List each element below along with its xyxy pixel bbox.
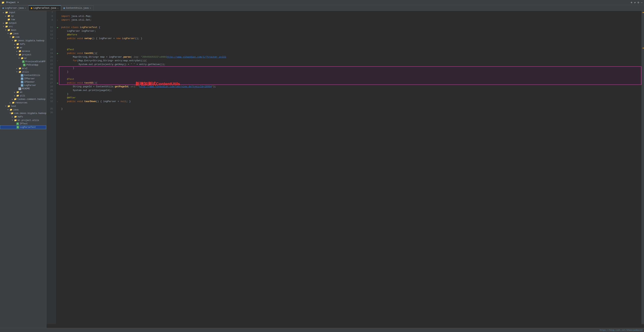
settings-icon[interactable]: ⚙ — [638, 1, 639, 4]
url-yihaodian-cms: http://www.yihaodian.com/cms/view.do?top… — [139, 85, 212, 89]
diff-icon[interactable]: ⇄ — [634, 1, 636, 4]
sidebar-item-ipparser[interactable]: C IPParser — [0, 77, 46, 80]
gutter-31 — [56, 96, 60, 100]
sidebar-item-wc[interactable]: ▶ 📁 wc — [0, 90, 46, 94]
sidebar-item-test[interactable]: ▼ 📁 test — [0, 105, 46, 108]
gutter-22 — [56, 63, 60, 66]
editor-area[interactable]: 新增加测试ContentUtils 7 8 9 11 12 13 14 18 1… — [46, 11, 644, 328]
sidebar-item-raw[interactable]: 📁 raw — [0, 18, 46, 21]
cmt-url: url: — [130, 85, 136, 89]
sidebar-item-mr2[interactable]: ▼ 📁 mr — [0, 56, 46, 60]
arrow-src: ▼ — [3, 25, 5, 28]
tab-close-logparsetest[interactable]: ✕ — [57, 7, 58, 9]
fn-teardown: tearDown — [84, 100, 96, 103]
tab-contentutils[interactable]: ContentUtils.java ✕ — [61, 5, 94, 10]
sidebar-item-iptest[interactable]: C IPTest — [0, 122, 46, 125]
arrow-mr2: ▼ — [18, 57, 21, 59]
sidebar-item-readme[interactable]: f README — [0, 87, 46, 90]
sidebar-item-input[interactable]: ▶ 📁 input — [0, 11, 46, 14]
tab-bar: LogParser.java ✕ LogParseTest.java ✕ Con… — [0, 5, 644, 11]
run-icon-27[interactable]: ▶ — [57, 82, 58, 84]
folder-icon-mr: 📁 — [16, 46, 19, 49]
arrow-test-hdfs: ▶ — [12, 116, 14, 118]
sidebar-item-taobao[interactable]: ▶ 📁 taobao.comment.hadoop — [0, 97, 46, 101]
folder-icon-test-mr: 📁 — [14, 119, 17, 122]
arrow-main: ▼ — [5, 29, 8, 31]
kw-void-14: void — [77, 37, 84, 40]
fold-icon-21[interactable]: ▷ — [57, 60, 58, 62]
code-lines[interactable]: import java.util.Map; import java.util.S… — [60, 11, 642, 324]
url-yihaodian: http://www.yihaodian.com/1/?tracker_u=22… — [167, 55, 226, 59]
sidebar-item-ipseeker[interactable]: C IPSeeker — [0, 80, 46, 84]
sidebar-item-mr[interactable]: ▼ 📁 mr — [0, 46, 46, 49]
folder-icon-com: 📁 — [12, 36, 15, 38]
sidebar-item-imooc[interactable]: ▼ 📁 imooc.bigdata.hadoop — [0, 39, 46, 42]
gutter-23 — [56, 66, 60, 70]
run-icon-19[interactable]: ▶ — [57, 52, 58, 55]
sidebar-item-pvstatapp[interactable]: C PVStatApp — [0, 63, 46, 67]
tab-dot-contentutils — [64, 7, 65, 9]
code-line-31: @After — [61, 96, 642, 100]
sidebar-item-com[interactable]: ▼ 📁 com — [0, 35, 46, 39]
project-icon: 📁 — [2, 1, 4, 4]
minimize-icon[interactable]: — — [641, 1, 642, 4]
code-line-19: public void test01 (){ — [61, 51, 642, 55]
sidebar-item-test-hdfs[interactable]: ▶ 📁 hdfs — [0, 115, 46, 119]
code-line-11: public class LogParseTest { — [61, 25, 642, 29]
sidebar-item-src[interactable]: ▼ 📁 src — [0, 25, 46, 28]
gutter-25 — [56, 74, 60, 77]
arrow-com: ▼ — [10, 36, 12, 38]
folder-icon-wc: 📁 — [16, 91, 19, 94]
tab-close-contentutils[interactable]: ✕ — [90, 7, 91, 9]
sidebar-item-provincestatapp[interactable]: C ProvinceStatAPP — [0, 60, 46, 63]
code-line-blank1 — [61, 22, 642, 25]
sidebar-item-resources[interactable]: ▶ 📁 resources — [0, 101, 46, 105]
sidebar-item-contentutils[interactable]: C ContentUtils — [0, 74, 46, 77]
run-icon-11[interactable]: ▶ — [57, 26, 58, 29]
tab-close-logparser[interactable]: ✕ — [25, 7, 26, 9]
tab-logparsetest[interactable]: LogParseTest.java ✕ — [28, 5, 61, 10]
code-line-7 — [61, 11, 642, 14]
arrow-mrv2: ▶ — [16, 67, 18, 70]
fold-icon-14[interactable]: ▷ — [57, 37, 58, 40]
kw-void-32: void — [77, 100, 84, 103]
label-test-java: java — [13, 109, 18, 111]
sidebar-item-test-com[interactable]: ▼ 📁 com.imooc.bigdata.hadoop — [0, 112, 46, 115]
gutter-blank2 — [56, 40, 60, 44]
gutter-7 — [56, 11, 60, 14]
code-line-36 — [61, 111, 642, 115]
sidebar-item-project[interactable]: ▼ 📁 project — [0, 53, 46, 56]
sidebar-item-ip[interactable]: ▶ 📁 ip — [0, 14, 46, 18]
sidebar-item-yili[interactable]: ▶ 📁 yili — [0, 94, 46, 97]
sidebar-item-logparsetest[interactable]: C LogParseTest — [0, 125, 46, 129]
sidebar-item-mrv2[interactable]: ▶ 📁 mrv2 — [0, 67, 46, 70]
fold-icon-9[interactable]: ▷ — [57, 19, 58, 21]
tab-logparser[interactable]: LogParser.java ✕ — [0, 5, 28, 10]
sidebar-item-test-java[interactable]: ▼ 📁 java — [0, 108, 46, 112]
sidebar-item-access[interactable]: ▶ 📁 access — [0, 49, 46, 53]
label-test-com: com.imooc.bigdata.hadoop — [14, 112, 46, 115]
sidebar-item-main[interactable]: ▼ 📁 main — [0, 28, 46, 32]
ln-29: 29 — [46, 89, 54, 92]
sidebar-item-output[interactable]: ▶ 📁 output — [0, 21, 46, 25]
project-dropdown[interactable]: ▼ — [18, 1, 18, 3]
sidebar-item-test-mr[interactable]: ▼ 📁 mr.project.utils — [0, 119, 46, 122]
sidebar-item-hdfs[interactable]: ▶ 📁 hdfs — [0, 42, 46, 46]
code-line-blank4 — [61, 103, 642, 107]
sync-icon[interactable]: ⊕ — [631, 1, 632, 4]
sidebar-item-utils[interactable]: ▼ 📁 utils — [0, 70, 46, 74]
code-line-12: LogParser logParser; — [61, 29, 642, 33]
anno-before: @Before — [67, 33, 77, 37]
ln-31: 31 — [46, 96, 54, 100]
fold-icon-32[interactable]: ▷ — [57, 100, 58, 103]
sidebar-item-java[interactable]: ▼ 📁 java — [0, 32, 46, 35]
project-title: Project — [6, 1, 16, 4]
gutter-blank1 — [56, 22, 60, 25]
folder-icon-imooc: 📁 — [14, 39, 17, 42]
ln-13: 13 — [46, 33, 54, 37]
anno-test-18: @Test — [67, 48, 74, 51]
fn-test01: test01 — [84, 51, 93, 55]
sidebar-item-logparser[interactable]: C LogParser — [0, 84, 46, 87]
ln-28: 28 — [46, 85, 54, 89]
gutter-24 — [56, 70, 60, 74]
